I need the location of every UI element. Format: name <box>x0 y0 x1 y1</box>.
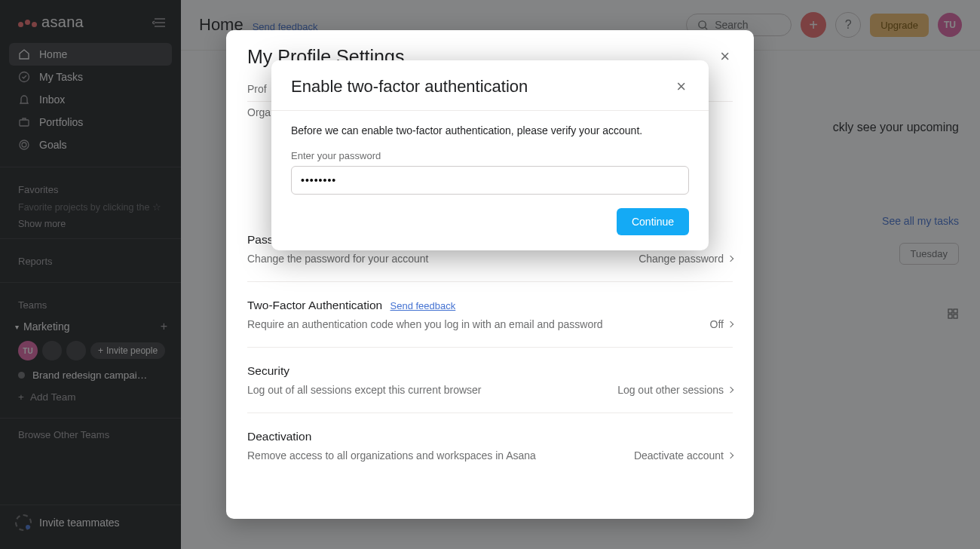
tfa-title: Enable two-factor authentication <box>291 77 528 97</box>
section-desc: Remove access to all organizations and w… <box>247 449 536 462</box>
change-password-button[interactable]: Change password <box>639 253 733 265</box>
section-heading: Deactivation <box>247 430 733 443</box>
close-icon[interactable]: × <box>717 44 733 69</box>
close-icon[interactable]: × <box>673 74 689 100</box>
chevron-right-icon <box>727 256 733 262</box>
settings-section-deactivation: Deactivation Remove access to all organi… <box>247 413 733 478</box>
chevron-right-icon <box>727 452 733 459</box>
section-heading: Security <box>247 364 733 378</box>
settings-section-security: Security Log out of all sessions except … <box>247 348 733 413</box>
password-label: Enter your password <box>291 150 689 161</box>
section-desc: Log out of all sessions except this curr… <box>247 384 482 396</box>
chevron-right-icon <box>727 387 733 393</box>
send-feedback-link[interactable]: Send feedback <box>390 300 456 311</box>
section-desc: Change the password for your account <box>247 253 428 265</box>
deactivate-account-button[interactable]: Deactivate account <box>634 449 733 462</box>
tab-profile[interactable]: Prof <box>247 77 267 101</box>
tfa-toggle[interactable]: Off <box>710 318 733 330</box>
password-input[interactable] <box>291 166 689 195</box>
section-heading: Two-Factor Authentication Send feedback <box>247 299 733 312</box>
settings-section-tfa: Two-Factor Authentication Send feedback … <box>247 282 733 348</box>
tfa-modal: Enable two-factor authentication × Befor… <box>271 60 709 250</box>
chevron-right-icon <box>727 321 733 327</box>
continue-button[interactable]: Continue <box>617 208 689 235</box>
tfa-intro: Before we can enable two-factor authenti… <box>291 124 689 136</box>
logout-sessions-button[interactable]: Log out other sessions <box>617 384 733 396</box>
section-desc: Require an authentication code when you … <box>247 318 603 330</box>
